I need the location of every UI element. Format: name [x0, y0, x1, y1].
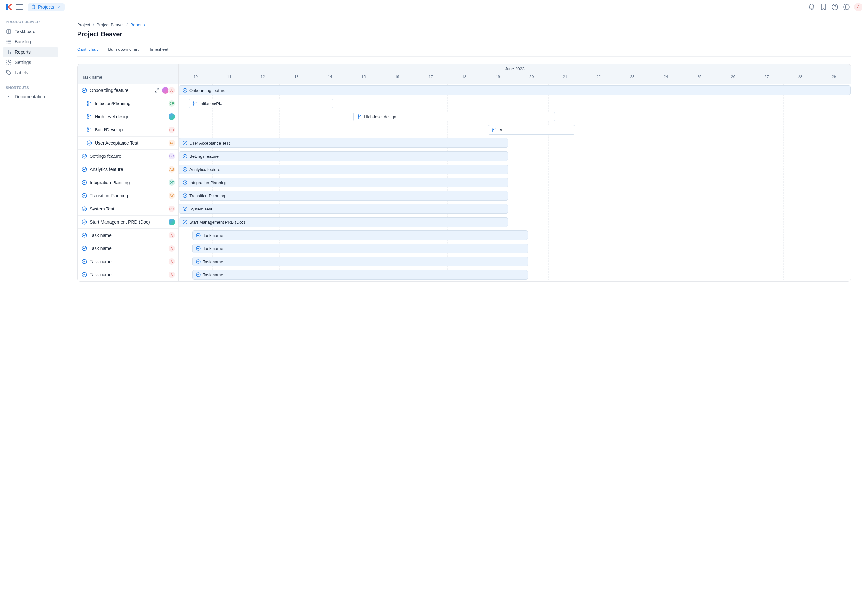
- check-icon: [196, 272, 201, 277]
- gantt-bar-label: Onboarding feature: [189, 88, 225, 93]
- gantt-bar[interactable]: High-level design: [353, 112, 555, 121]
- task-row[interactable]: Task nameA: [77, 242, 178, 255]
- assignee-avatar[interactable]: AY: [168, 140, 175, 146]
- check-icon: [182, 206, 188, 211]
- sidebar-item-label: Labels: [15, 70, 28, 75]
- tag-icon: [6, 70, 11, 75]
- check-icon: [182, 167, 188, 172]
- help-icon[interactable]: [831, 3, 839, 11]
- gantt-bar[interactable]: Bui..: [488, 125, 575, 135]
- app-logo[interactable]: [5, 3, 13, 11]
- breadcrumb-item[interactable]: Project Beaver: [96, 22, 124, 27]
- task-row[interactable]: High-level design: [77, 110, 178, 123]
- check-icon: [182, 154, 188, 159]
- assignee-avatar[interactable]: AS: [168, 166, 175, 173]
- task-row[interactable]: Onboarding featureJJ: [77, 84, 178, 97]
- task-row[interactable]: User Acceptance TestAY: [77, 137, 178, 150]
- gantt-bar[interactable]: Integration Planning: [179, 178, 508, 187]
- task-row[interactable]: Task nameA: [77, 255, 178, 268]
- task-row[interactable]: Analytics featureAS: [77, 163, 178, 176]
- gantt-bar[interactable]: Start Management PRD (Doc): [179, 217, 508, 227]
- assignee-avatar[interactable]: [162, 87, 169, 94]
- layout-icon: [6, 28, 11, 35]
- tab-burn-down-chart[interactable]: Burn down chart: [108, 44, 144, 56]
- gantt-bar[interactable]: Onboarding feature: [179, 85, 851, 95]
- task-row[interactable]: Initiation/PlanningCF: [77, 97, 178, 110]
- gantt-day-header: 29: [817, 73, 851, 82]
- project-switcher[interactable]: Projects: [28, 3, 65, 11]
- assignee-avatar[interactable]: [168, 218, 175, 226]
- report-tabs: Gantt chartBurn down chartTimesheet: [77, 44, 851, 57]
- topbar: Projects A: [0, 0, 867, 14]
- sidebar-item-labels[interactable]: Labels: [3, 68, 58, 78]
- assignee-avatar[interactable]: DF: [168, 179, 175, 186]
- breadcrumb-item[interactable]: Project: [77, 22, 90, 27]
- branch-icon: [357, 114, 362, 119]
- menu-toggle-icon[interactable]: [15, 3, 24, 11]
- task-row[interactable]: Task nameA: [77, 268, 178, 281]
- check-icon: [196, 259, 201, 264]
- gantt-bar[interactable]: Settings feature: [179, 151, 508, 161]
- gantt-bar[interactable]: System Test: [179, 204, 508, 214]
- gantt-bar-label: Task name: [203, 246, 223, 251]
- branch-icon: [87, 127, 92, 133]
- gantt-bar[interactable]: Transition Planning: [179, 191, 508, 201]
- task-row[interactable]: Integration PlanningDF: [77, 176, 178, 189]
- clipboard-icon: [31, 5, 36, 9]
- sidebar-item-backlog[interactable]: Backlog: [3, 37, 58, 47]
- gantt-day-header: 20: [515, 73, 548, 82]
- task-row[interactable]: Start Management PRD (Doc): [77, 215, 178, 229]
- task-name: Settings feature: [90, 154, 169, 159]
- shortcut-item[interactable]: Documentation: [3, 92, 58, 101]
- gantt-bar[interactable]: Task name: [192, 244, 528, 253]
- gantt-bar-row: Transition Planning: [179, 189, 851, 203]
- task-name: Analytics feature: [90, 167, 169, 172]
- sidebar-item-settings[interactable]: Settings: [3, 57, 58, 68]
- notifications-icon[interactable]: [808, 3, 815, 11]
- user-avatar[interactable]: A: [854, 3, 862, 11]
- task-row[interactable]: Transition PlanningAY: [77, 189, 178, 203]
- assignee-avatar[interactable]: A: [168, 245, 175, 252]
- assignee-avatar[interactable]: [168, 113, 175, 120]
- assignee-avatar[interactable]: A: [168, 271, 175, 278]
- sidebar-item-taskboard[interactable]: Taskboard: [3, 26, 58, 37]
- gantt-bar[interactable]: Analytics feature: [179, 165, 508, 174]
- gantt-bar[interactable]: Initiation/Pla..: [189, 99, 333, 108]
- assignee-avatar[interactable]: A: [168, 232, 175, 239]
- assignee-avatar[interactable]: CF: [168, 100, 175, 107]
- gantt-bar[interactable]: Task name: [192, 230, 528, 240]
- task-row[interactable]: System TestRR: [77, 203, 178, 215]
- list-icon: [6, 39, 11, 45]
- gantt-bar[interactable]: Task name: [192, 257, 528, 266]
- task-assignees: DR: [169, 152, 175, 160]
- task-name: Integration Planning: [90, 180, 169, 185]
- breadcrumb-current[interactable]: Reports: [130, 22, 145, 27]
- gantt-bar-row: Bui..: [179, 123, 851, 137]
- assignee-avatar[interactable]: JJ: [168, 87, 175, 94]
- expand-icon[interactable]: [154, 87, 160, 93]
- gantt-day-header: 25: [683, 73, 716, 82]
- assignee-avatar[interactable]: DR: [168, 152, 175, 160]
- task-row[interactable]: Build/DevelopRR: [77, 123, 178, 137]
- globe-icon[interactable]: [843, 3, 850, 11]
- gantt-day-header: 14: [313, 73, 347, 82]
- bookmark-icon[interactable]: [820, 3, 827, 11]
- gantt-bar-row: Start Management PRD (Doc): [179, 215, 851, 229]
- task-assignees: [169, 218, 175, 226]
- task-row[interactable]: Task nameA: [77, 229, 178, 242]
- gantt-bar[interactable]: Task name: [192, 270, 528, 280]
- gantt-day-header: 24: [649, 73, 683, 82]
- gantt-bar-label: Start Management PRD (Doc): [189, 220, 245, 225]
- sidebar-item-reports[interactable]: Reports: [3, 47, 58, 57]
- gantt-bar[interactable]: User Acceptance Test: [179, 138, 508, 148]
- task-assignees: AY: [169, 192, 175, 199]
- assignee-avatar[interactable]: AY: [168, 192, 175, 199]
- tab-timesheet[interactable]: Timesheet: [149, 44, 173, 56]
- assignee-avatar[interactable]: RR: [168, 126, 175, 134]
- assignee-avatar[interactable]: A: [168, 258, 175, 265]
- shortcuts-heading: SHORTCUTS: [3, 86, 58, 92]
- task-row[interactable]: Settings featureDR: [77, 150, 178, 163]
- tab-gantt-chart[interactable]: Gantt chart: [77, 44, 103, 56]
- gantt-day-header: 16: [380, 73, 414, 82]
- assignee-avatar[interactable]: RR: [168, 205, 175, 212]
